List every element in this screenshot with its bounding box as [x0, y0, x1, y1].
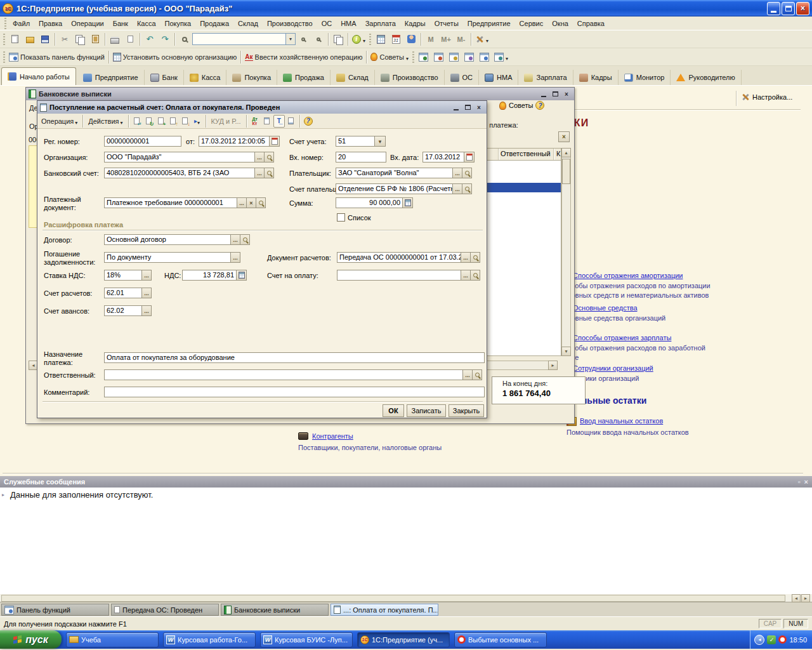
tray-shield-icon[interactable]: ✓: [767, 635, 776, 644]
in-number-input[interactable]: 20: [336, 152, 386, 162]
table-action-4-button[interactable]: [462, 50, 477, 64]
list-checkbox[interactable]: [337, 213, 345, 222]
payment-doc-clear-button[interactable]: ×: [246, 197, 256, 208]
dt-kt-button[interactable]: ДтКт: [249, 115, 261, 128]
link-fixed-assets[interactable]: Основные средства: [573, 304, 638, 313]
bank-account-input[interactable]: 40802810200000005403, ВТБ 24 (ЗАО: [104, 168, 255, 178]
bank-col-k[interactable]: К: [556, 150, 560, 157]
panel-settings-button[interactable]: Настройка...: [741, 93, 792, 102]
menu-operations[interactable]: Операции: [67, 18, 108, 29]
payer-open-button[interactable]: [462, 168, 472, 178]
close-button[interactable]: ×: [796, 2, 809, 15]
menu-file[interactable]: Файл: [8, 18, 34, 29]
search-dropdown[interactable]: ▾: [286, 33, 296, 45]
calc-doc-input[interactable]: Передача ОС 00000000001 от 17.03.2012: [337, 252, 461, 263]
calendar-button[interactable]: 31: [388, 32, 403, 46]
repayment-select-button[interactable]: ...: [230, 252, 240, 263]
service-close-button[interactable]: ×: [804, 478, 808, 486]
cut-button[interactable]: ✂: [57, 32, 72, 46]
tab-manager[interactable]: Руководителю: [671, 70, 741, 85]
organization-select-button[interactable]: ...: [254, 152, 265, 162]
find-prev-button[interactable]: [311, 32, 326, 46]
menu-purchase[interactable]: Покупка: [160, 18, 196, 29]
menu-nma[interactable]: НМА: [336, 18, 360, 29]
link-employees[interactable]: Сотрудники организаций: [573, 364, 653, 373]
start-button[interactable]: пуск: [0, 630, 62, 649]
table-action-5-button[interactable]: [477, 50, 492, 64]
vat-calc-button[interactable]: [236, 270, 247, 281]
link-opening-balances[interactable]: Ввод начальных остатков: [580, 417, 663, 426]
table-action-1-button[interactable]: [416, 50, 431, 64]
window-tab-receipt[interactable]: ...: Оплата от покупателя. П...: [331, 604, 438, 616]
tab-nma[interactable]: НМА: [479, 70, 518, 85]
menu-production[interactable]: Производство: [263, 18, 317, 29]
show-function-panel-button[interactable]: Показать панель функций: [7, 50, 107, 64]
menu-help[interactable]: Справка: [573, 18, 609, 29]
date-input[interactable]: 17.03.2012 12:00:05: [199, 136, 270, 147]
settle-account-select-button[interactable]: ...: [141, 288, 152, 298]
account-dropdown-button[interactable]: ▾: [374, 136, 386, 147]
invoice-select-button[interactable]: ...: [461, 270, 471, 281]
memory-plus-button[interactable]: M+: [438, 32, 454, 46]
tab-cash[interactable]: Касса: [184, 70, 227, 85]
bank-clear-button[interactable]: ×: [558, 131, 570, 142]
bank-tips-button[interactable]: Советы ?: [499, 101, 544, 110]
vat-rate-select-button[interactable]: ...: [141, 270, 152, 281]
payment-doc-input[interactable]: Платежное требование 0000000001: [104, 197, 237, 208]
help-icon[interactable]: ?: [535, 101, 544, 110]
sort-button[interactable]: Т̲: [273, 115, 285, 128]
tips-button[interactable]: Советы▾: [369, 50, 410, 64]
link-contractors[interactable]: Контрагенты: [312, 432, 353, 440]
print-button[interactable]: [107, 32, 122, 46]
payer-account-open-button[interactable]: [462, 183, 472, 194]
toolbar-grip[interactable]: [4, 18, 6, 29]
service-horizontal-scrollbar[interactable]: ◂ ▸: [0, 594, 812, 602]
dialog-close-button[interactable]: ×: [474, 103, 484, 112]
menu-reports[interactable]: Отчеты: [430, 18, 463, 29]
bank-minimize-button[interactable]: [539, 90, 549, 98]
search-input[interactable]: [192, 33, 286, 45]
find-next-button[interactable]: [296, 32, 311, 46]
toolbar-grip[interactable]: [412, 51, 414, 63]
bank-window-title-bar[interactable]: Банковские выписки ×: [26, 88, 574, 100]
menu-cash[interactable]: Касса: [133, 18, 160, 29]
payer-account-select-button[interactable]: ...: [452, 183, 462, 194]
dialog-minimize-button[interactable]: [451, 103, 461, 112]
redo-button[interactable]: ↷: [157, 32, 173, 46]
advance-account-select-button[interactable]: ...: [141, 305, 152, 316]
vat-input[interactable]: 13 728,81: [182, 270, 237, 281]
tab-hr[interactable]: Кадры: [573, 70, 619, 85]
tab-os[interactable]: ОС: [445, 70, 480, 85]
new-button[interactable]: [7, 32, 22, 46]
search-button[interactable]: [177, 32, 192, 46]
responsible-select-button[interactable]: ...: [462, 369, 473, 380]
task-kursovaya-rabota[interactable]: WКурсовая работа-Го...: [163, 632, 256, 647]
payment-doc-open-button[interactable]: [256, 197, 266, 208]
tab-enterprise[interactable]: Предприятие: [77, 70, 145, 85]
account-select[interactable]: 51: [336, 136, 375, 147]
dialog-maximize-button[interactable]: [462, 103, 473, 112]
contract-select-button[interactable]: ...: [230, 234, 240, 245]
doc-list-button[interactable]: [261, 115, 273, 128]
paste-button[interactable]: [88, 32, 103, 46]
menu-sales[interactable]: Продажа: [195, 18, 233, 29]
advance-account-input[interactable]: 62.02: [104, 305, 142, 316]
copy-window-button[interactable]: [331, 32, 346, 46]
bank-account-select-button[interactable]: ...: [254, 168, 265, 178]
actions-menu-button[interactable]: Действия▾: [86, 115, 125, 128]
window-tab-function-panel[interactable]: Панель функций: [1, 604, 109, 616]
sum-input[interactable]: 90 000,00: [336, 197, 403, 208]
tab-sales[interactable]: Продажа: [277, 70, 331, 85]
calculator-button[interactable]: [373, 32, 388, 46]
payer-select-button[interactable]: ...: [452, 168, 462, 178]
tab-production[interactable]: Производство: [375, 70, 445, 85]
sum-calc-button[interactable]: [402, 197, 413, 208]
enter-operation-button[interactable]: АкВвести хозяйственную операцию: [243, 50, 364, 64]
invoice-open-button[interactable]: [470, 270, 480, 281]
payer-account-input[interactable]: Отделение СБ РФ № 1806 (Расчетный): [336, 183, 453, 194]
menu-enterprise[interactable]: Предприятие: [463, 18, 515, 29]
table-action-3-button[interactable]: [447, 50, 462, 64]
organization-input[interactable]: ООО "Парадайз": [104, 152, 255, 162]
settle-account-input[interactable]: 62.01: [104, 288, 142, 298]
operation-menu-button[interactable]: Операция▾: [39, 115, 80, 128]
